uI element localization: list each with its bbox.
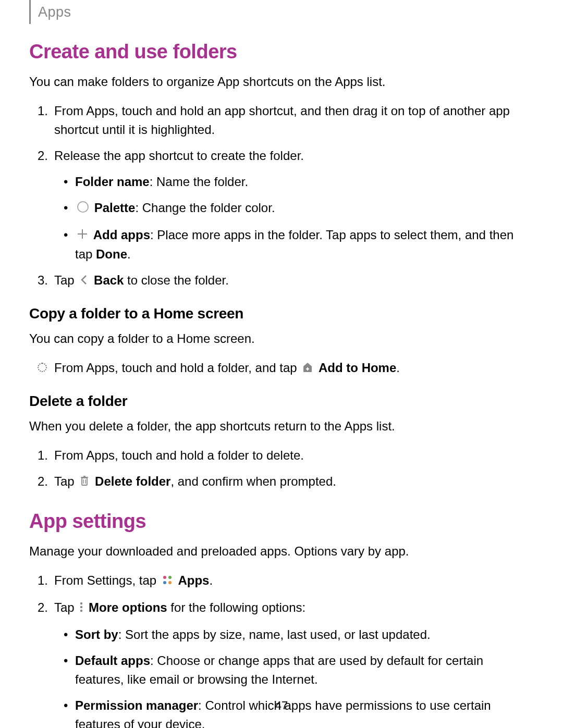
breadcrumb-label: Apps [38,4,71,20]
svg-point-12 [163,581,166,584]
svg-point-13 [168,581,172,584]
plus-icon [77,226,88,245]
intro-text: You can copy a folder to a Home screen. [29,329,534,348]
svg-rect-5 [82,478,87,485]
step-item: From Settings, tap Apps. [54,571,534,591]
svg-point-14 [80,602,82,604]
sub-item: Folder name: Name the folder. [75,172,534,191]
svg-point-0 [78,202,88,212]
sub-item: Permission manager: Control which apps h… [75,696,534,728]
apps-grid-icon [162,572,173,591]
step-item: Tap Delete folder, and confirm when prom… [54,472,534,492]
page-number: 47 [275,699,288,712]
step-item: From Apps, touch and hold an app shortcu… [54,102,534,139]
intro-text: Manage your downloaded and preloaded app… [29,542,534,561]
sub-item: Palette: Change the folder color. [75,199,534,218]
header-breadcrumb: Apps [29,0,534,24]
sub-list: Folder name: Name the folder. Palette: C… [54,172,534,264]
intro-text: When you delete a folder, the app shortc… [29,417,534,436]
section-title-app-settings: App settings [29,510,534,533]
svg-point-10 [163,576,166,579]
sub-list: Sort by: Sort the apps by size, name, la… [54,625,534,728]
trash-icon [79,473,90,491]
palette-icon [77,200,89,218]
step-item: Tap Back to close the folder. [54,271,534,291]
sub-item: Sort by: Sort the apps by size, name, la… [75,625,534,644]
subsection-title-copy-folder: Copy a folder to a Home screen [29,305,534,322]
step-item: Tap More options for the following optio… [54,598,534,728]
svg-point-11 [168,576,172,579]
hollow-item: From Apps, touch and hold a folder, and … [54,359,534,378]
step-item: Release the app shortcut to create the f… [54,146,534,264]
more-options-icon [79,599,83,618]
add-to-home-icon [302,360,313,378]
step-item: From Apps, touch and hold a folder to de… [54,446,534,465]
subsection-title-delete-folder: Delete a folder [29,393,534,410]
svg-point-15 [80,606,82,608]
section-title-create-folders: Create and use folders [29,41,534,63]
sub-item: Add apps: Place more apps in the folder.… [75,226,534,264]
hollow-list: From Apps, touch and hold a folder, and … [29,359,534,378]
back-chevron-icon [79,272,89,291]
sub-item: Default apps: Choose or change apps that… [75,651,534,689]
steps-list: From Apps, touch and hold an app shortcu… [29,102,534,291]
svg-point-16 [80,609,82,611]
intro-text: You can make folders to organize App sho… [29,72,534,91]
steps-list: From Apps, touch and hold a folder to de… [29,446,534,492]
